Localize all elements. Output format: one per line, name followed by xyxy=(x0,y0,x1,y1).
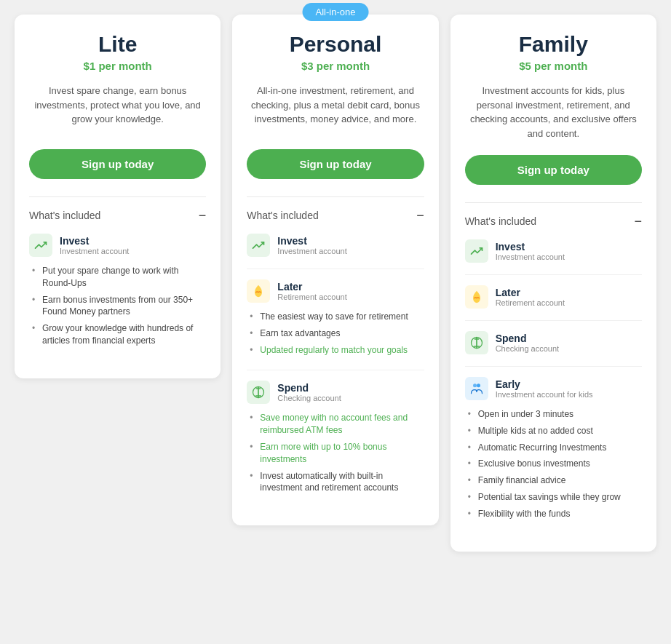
early-icon xyxy=(465,377,488,400)
bullet-item: Flexibility with the funds xyxy=(468,506,642,522)
feature-title-group: Spend Checking account xyxy=(277,382,341,402)
feature-title: Invest xyxy=(60,235,129,247)
feature-bullets: The easiest way to save for retirementEa… xyxy=(247,309,424,358)
feature-header: Invest Investment account xyxy=(29,234,206,257)
spend-icon xyxy=(247,381,270,404)
feature-section-later: Later Retirement account The easiest way… xyxy=(247,269,424,358)
whats-included-label: What's included xyxy=(465,215,536,227)
feature-header: Invest Investment account xyxy=(465,239,642,263)
plan-name: Lite xyxy=(29,32,206,57)
feature-section-spend: Spend Checking account xyxy=(465,320,642,354)
feature-title-group: Invest Investment account xyxy=(277,235,346,255)
feature-bullets: Put your spare change to work with Round… xyxy=(29,263,206,349)
feature-section-spend: Spend Checking account Save money with n… xyxy=(247,370,424,496)
feature-header: Spend Checking account xyxy=(465,331,642,354)
feature-title-group: Invest Investment account xyxy=(60,235,129,255)
signup-button[interactable]: Sign up today xyxy=(29,149,206,179)
plan-price: $1 per month xyxy=(29,60,206,72)
feature-title: Invest xyxy=(277,235,346,247)
feature-subtitle: Investment account xyxy=(496,253,565,261)
bullet-item: Multiple kids at no added cost xyxy=(468,423,642,440)
bullet-item: Earn bonus investments from our 350+ Fou… xyxy=(32,292,206,321)
bullet-item: Earn more with up to 10% bonus investmen… xyxy=(250,439,424,468)
bullet-item: Potential tax savings while they grow xyxy=(468,489,642,506)
feature-subtitle: Investment account for kids xyxy=(496,390,593,399)
later-icon xyxy=(247,279,270,303)
feature-header: Early Investment account for kids xyxy=(465,377,642,400)
plan-description: Investment accounts for kids, plus perso… xyxy=(465,84,642,140)
feature-header: Later Retirement account xyxy=(465,285,642,309)
feature-subtitle: Investment account xyxy=(277,247,346,255)
feature-subtitle: Investment account xyxy=(60,247,129,255)
invest-icon xyxy=(465,239,488,263)
whats-included-header: What's included − xyxy=(29,209,206,222)
feature-section-invest: Invest Investment account Put your spare… xyxy=(29,234,206,349)
whats-included-label: What's included xyxy=(29,210,100,221)
whats-included-section: What's included − Invest Investment acco… xyxy=(247,196,424,496)
feature-bullets: Save money with no account fees and reim… xyxy=(247,410,424,496)
feature-title-group: Early Investment account for kids xyxy=(496,378,593,399)
feature-title: Early xyxy=(496,378,593,390)
whats-included-section: What's included − Invest Investment acco… xyxy=(29,196,206,349)
signup-button[interactable]: Sign up today xyxy=(465,155,642,185)
collapse-icon[interactable]: − xyxy=(634,215,642,228)
bullet-item: Automatic Recurring Investments xyxy=(468,440,642,456)
feature-section-later: Later Retirement account xyxy=(465,274,642,309)
spend-icon xyxy=(465,331,488,354)
plan-price: $5 per month xyxy=(465,60,642,72)
feature-section-invest: Invest Investment account xyxy=(465,239,642,263)
svg-point-3 xyxy=(477,383,480,387)
feature-header: Later Retirement account xyxy=(247,279,424,303)
bullet-item: Family financial advice xyxy=(468,472,642,489)
bullet-item: Save money with no account fees and reim… xyxy=(250,410,424,439)
plan-name: Family xyxy=(465,32,642,57)
bullet-item: Grow your knowledge with hundreds of art… xyxy=(32,320,206,349)
bullet-item: Open in under 3 minutes xyxy=(468,406,642,423)
whats-included-section: What's included − Invest Investment acco… xyxy=(465,202,642,522)
feature-section-early: Early Investment account for kids Open i… xyxy=(465,366,642,522)
bullet-item: Updated regularly to match your goals xyxy=(250,342,424,359)
feature-title-group: Spend Checking account xyxy=(496,333,559,353)
whats-included-label: What's included xyxy=(247,210,318,221)
pricing-container: Lite $1 per month Invest spare change, e… xyxy=(15,15,656,552)
feature-title: Spend xyxy=(277,382,341,394)
bullet-item: The easiest way to save for retirement xyxy=(250,309,424,325)
feature-title: Later xyxy=(277,281,346,293)
later-icon xyxy=(465,285,488,309)
svg-point-2 xyxy=(473,383,477,387)
feature-subtitle: Checking account xyxy=(277,394,341,402)
plan-card-personal: All-in-one Personal $3 per month All-in-… xyxy=(232,15,438,525)
feature-section-invest: Invest Investment account xyxy=(247,234,424,257)
plan-name: Personal xyxy=(247,32,424,57)
plan-card-family: Family $5 per month Investment accounts … xyxy=(450,15,656,552)
bullet-item: Invest automatically with built-in inves… xyxy=(250,468,424,497)
bullet-item: Earn tax advantages xyxy=(250,325,424,342)
feature-bullets: Open in under 3 minutesMultiple kids at … xyxy=(465,406,642,522)
whats-included-header: What's included − xyxy=(247,209,424,222)
feature-title: Spend xyxy=(496,333,559,344)
all-in-one-badge: All-in-one xyxy=(303,3,369,21)
plan-card-lite: Lite $1 per month Invest spare change, e… xyxy=(15,15,221,378)
feature-title-group: Later Retirement account xyxy=(277,281,346,301)
plan-description: All-in-one investment, retirement, and c… xyxy=(247,84,424,135)
feature-subtitle: Retirement account xyxy=(496,298,565,307)
feature-title: Invest xyxy=(496,241,565,253)
invest-icon xyxy=(247,234,270,257)
feature-subtitle: Checking account xyxy=(496,344,559,353)
collapse-icon[interactable]: − xyxy=(199,209,207,222)
collapse-icon[interactable]: − xyxy=(416,209,424,222)
feature-title-group: Later Retirement account xyxy=(496,287,565,307)
plan-description: Invest spare change, earn bonus investme… xyxy=(29,84,206,135)
feature-subtitle: Retirement account xyxy=(277,293,346,301)
bullet-item: Put your spare change to work with Round… xyxy=(32,263,206,292)
feature-header: Invest Investment account xyxy=(247,234,424,257)
feature-header: Spend Checking account xyxy=(247,381,424,404)
bullet-item: Exclusive bonus investments xyxy=(468,456,642,472)
whats-included-header: What's included − xyxy=(465,215,642,228)
invest-icon xyxy=(29,234,52,257)
signup-button[interactable]: Sign up today xyxy=(247,149,424,179)
feature-title-group: Invest Investment account xyxy=(496,241,565,261)
feature-title: Later xyxy=(496,287,565,298)
plan-price: $3 per month xyxy=(247,60,424,72)
